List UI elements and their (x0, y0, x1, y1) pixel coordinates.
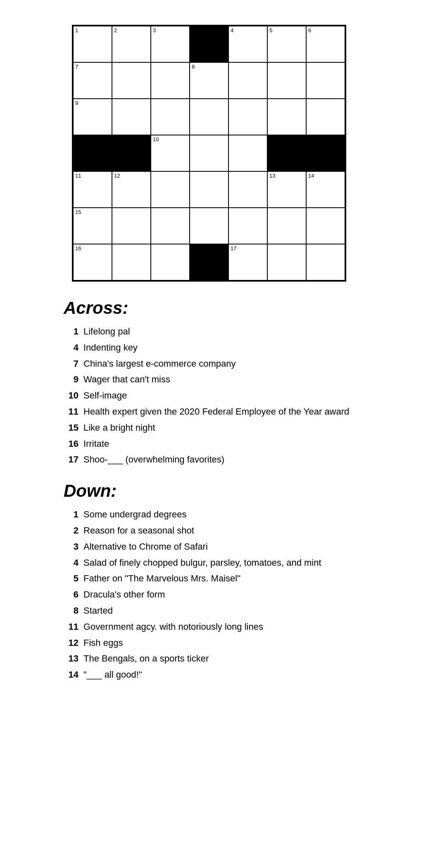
grid-cell[interactable]: 14 (306, 171, 345, 208)
clue-text: Like a bright night (83, 422, 155, 434)
clue-item: 8Started (64, 605, 369, 617)
grid-cell[interactable]: 5 (267, 26, 306, 62)
clue-number: 14 (64, 669, 79, 681)
grid-cell[interactable] (190, 171, 228, 208)
grid-cell[interactable]: 17 (228, 244, 267, 280)
clue-item: 1Lifelong pal (64, 325, 369, 338)
grid-cell[interactable] (151, 62, 190, 99)
grid-cell[interactable]: 3 (151, 26, 190, 62)
grid-cell[interactable] (306, 244, 345, 280)
grid-cell[interactable]: 13 (267, 171, 306, 208)
grid-cell[interactable] (306, 208, 345, 244)
clue-item: 14"___ all good!" (64, 669, 369, 681)
clue-item: 4Salad of finely chopped bulgur, parsley… (64, 557, 369, 569)
grid-cell[interactable] (190, 26, 228, 62)
clue-item: 9Wager that can't miss (64, 373, 369, 386)
clue-text: Salad of finely chopped bulgur, parsley,… (83, 557, 321, 569)
clue-number: 15 (64, 422, 79, 434)
down-clues: 1Some undergrad degrees2Reason for a sea… (64, 508, 369, 681)
across-clues: 1Lifelong pal4Indenting key7China's larg… (64, 325, 369, 466)
cell-number: 1 (75, 28, 78, 33)
grid-cell[interactable] (306, 99, 345, 135)
clue-number: 10 (64, 389, 79, 402)
clue-text: Some undergrad degrees (83, 508, 187, 521)
grid-cell[interactable] (306, 135, 345, 171)
grid-cell[interactable] (228, 62, 267, 99)
grid-cell[interactable] (112, 244, 151, 280)
grid-cell[interactable]: 4 (228, 26, 267, 62)
grid-cell[interactable] (73, 135, 112, 171)
grid-cell[interactable]: 1 (73, 26, 112, 62)
clue-number: 6 (64, 588, 79, 601)
grid-cell[interactable] (228, 171, 267, 208)
grid-cell[interactable] (151, 244, 190, 280)
cell-number: 12 (114, 173, 120, 178)
grid-cell[interactable]: 10 (151, 135, 190, 171)
cell-number: 4 (231, 28, 233, 33)
grid-cell[interactable] (151, 171, 190, 208)
cell-number: 9 (75, 100, 78, 106)
clue-number: 13 (64, 652, 79, 665)
grid-cell[interactable] (151, 99, 190, 135)
grid-cell[interactable] (267, 62, 306, 99)
across-heading: Across: (64, 298, 369, 318)
cell-number: 3 (153, 28, 156, 33)
clue-number: 11 (64, 621, 79, 633)
grid-cell[interactable]: 2 (112, 26, 151, 62)
grid-cell[interactable] (112, 135, 151, 171)
grid-cell[interactable]: 7 (73, 62, 112, 99)
grid-cell[interactable] (228, 135, 267, 171)
cell-number: 8 (192, 64, 195, 69)
cell-number: 14 (308, 173, 314, 178)
clue-text: Lifelong pal (83, 325, 130, 338)
grid-cell[interactable]: 15 (73, 208, 112, 244)
clue-number: 1 (64, 325, 79, 338)
clue-item: 10Self-image (64, 389, 369, 402)
cell-number: 7 (75, 64, 78, 69)
cell-number: 2 (114, 28, 117, 33)
grid-cell[interactable] (306, 62, 345, 99)
cell-number: 11 (75, 173, 81, 178)
grid-cell[interactable]: 9 (73, 99, 112, 135)
grid-cell[interactable] (112, 62, 151, 99)
clue-text: Self-image (83, 389, 127, 402)
grid-cell[interactable] (228, 208, 267, 244)
clue-number: 4 (64, 342, 79, 354)
clue-number: 7 (64, 358, 79, 370)
grid-cell[interactable] (190, 135, 228, 171)
grid-cell[interactable]: 12 (112, 171, 151, 208)
clue-text: Shoo-___ (overwhelming favorites) (83, 453, 224, 466)
grid-cell[interactable]: 11 (73, 171, 112, 208)
clue-item: 17Shoo-___ (overwhelming favorites) (64, 453, 369, 466)
clue-item: 16Irritate (64, 438, 369, 451)
clue-item: 15Like a bright night (64, 422, 369, 434)
grid-cell[interactable]: 16 (73, 244, 112, 280)
grid-cell[interactable]: 8 (190, 62, 228, 99)
grid-cell[interactable] (267, 99, 306, 135)
clue-number: 1 (64, 508, 79, 521)
clue-number: 17 (64, 453, 79, 466)
clue-number: 2 (64, 524, 79, 537)
grid-cell[interactable] (228, 99, 267, 135)
grid-cell[interactable] (190, 244, 228, 280)
clue-text: Alternative to Chrome of Safari (83, 541, 208, 553)
grid-cell[interactable] (151, 208, 190, 244)
grid-cell[interactable] (267, 135, 306, 171)
grid-cell[interactable]: 6 (306, 26, 345, 62)
grid-cell[interactable] (112, 208, 151, 244)
cell-number: 6 (308, 28, 311, 33)
grid-cell[interactable] (190, 208, 228, 244)
clue-text: Started (83, 605, 113, 617)
clue-item: 12Fish eggs (64, 637, 369, 650)
clue-text: Father on "The Marvelous Mrs. Maisel" (83, 572, 240, 585)
grid-cell[interactable] (190, 99, 228, 135)
grid-cell[interactable] (267, 244, 306, 280)
grid-cell[interactable] (267, 208, 306, 244)
clue-text: Indenting key (83, 342, 138, 354)
clue-text: Reason for a seasonal shot (83, 524, 194, 537)
clue-text: Fish eggs (83, 637, 123, 650)
clue-item: 5Father on "The Marvelous Mrs. Maisel" (64, 572, 369, 585)
grid-cell[interactable] (112, 99, 151, 135)
clue-item: 11Government agcy. with notoriously long… (64, 621, 369, 633)
clue-text: Dracula's other form (83, 588, 165, 601)
